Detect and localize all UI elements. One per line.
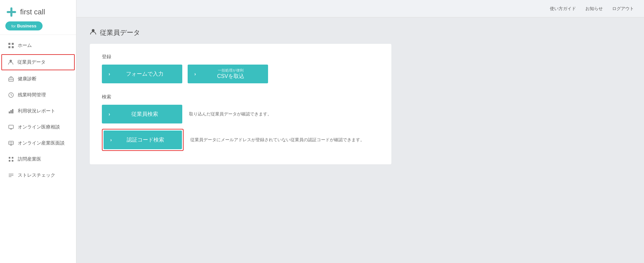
main-area: 使い方ガイド お知らせ ログアウト 従業員データ 登録 ›	[76, 0, 644, 263]
sidebar-label-visit-ob: 訪問産業医	[18, 156, 41, 162]
csv-import-arrow: ›	[194, 71, 196, 77]
notice-link[interactable]: お知らせ	[585, 6, 603, 12]
csv-import-button[interactable]: › 一括処理が便利 CSVを取込	[188, 65, 268, 83]
sidebar: first call forBusiness ホーム	[0, 0, 76, 263]
sidebar-item-online-medical[interactable]: オンライン医療相談	[0, 119, 76, 135]
sidebar-item-health-checkup[interactable]: 健康診断	[0, 71, 76, 87]
svg-rect-4	[12, 43, 14, 45]
person-title-icon	[90, 28, 96, 37]
grid-icon	[8, 42, 14, 49]
sidebar-item-home[interactable]: ホーム	[0, 37, 76, 54]
csv-import-label: CSVを取込	[217, 73, 244, 79]
sidebar-label-usage-report: 利用状況レポート	[18, 108, 55, 114]
svg-point-7	[10, 60, 12, 62]
svg-rect-2	[7, 11, 16, 13]
logo-area: first call forBusiness	[0, 0, 76, 35]
svg-rect-5	[8, 46, 10, 48]
svg-rect-3	[8, 43, 10, 45]
svg-rect-25	[12, 157, 13, 159]
grid-small-icon	[8, 156, 14, 163]
csv-import-sub: 一括処理が便利	[200, 68, 261, 73]
menu-icon	[8, 172, 14, 179]
logo-icon	[5, 6, 17, 18]
employee-search-label: 従業員検索	[131, 111, 158, 117]
search-section-label: 検索	[102, 94, 379, 100]
svg-rect-15	[12, 109, 13, 113]
employee-search-button[interactable]: › 従業員検索	[102, 105, 182, 123]
monitor-grid-icon	[8, 140, 14, 147]
clock-icon	[8, 92, 14, 98]
svg-rect-27	[12, 160, 13, 162]
form-input-label: フォームで入力	[126, 71, 164, 77]
form-input-button[interactable]: › フォームで入力	[102, 65, 182, 83]
auth-code-search-button[interactable]: › 認証コード検索	[104, 130, 182, 149]
employee-search-description: 取り込んだ従業員データが確認できます。	[189, 111, 272, 117]
sidebar-item-usage-report[interactable]: 利用状況レポート	[0, 103, 76, 119]
for-business-badge: forBusiness	[5, 21, 43, 30]
badge-for-text: for	[11, 24, 16, 28]
header: 使い方ガイド お知らせ ログアウト	[76, 0, 644, 17]
sidebar-item-stress-check[interactable]: ストレスチェック	[0, 167, 76, 183]
sidebar-label-home: ホーム	[18, 42, 32, 49]
employee-search-arrow: ›	[109, 111, 110, 117]
guide-link[interactable]: 使い方ガイド	[550, 6, 576, 12]
sidebar-label-employee-data: 従業員データ	[17, 59, 46, 65]
svg-rect-26	[9, 160, 10, 162]
sidebar-item-employee-data[interactable]: 従業員データ	[1, 54, 75, 70]
employee-search-row: › 従業員検索 取り込んだ従業員データが確認できます。	[102, 105, 379, 123]
sidebar-item-online-ob[interactable]: オンライン産業医面談	[0, 135, 76, 151]
register-section-label: 登録	[102, 54, 379, 60]
sidebar-nav: ホーム 従業員データ 健康診断	[0, 35, 76, 263]
form-input-arrow: ›	[109, 71, 110, 77]
svg-rect-13	[9, 111, 10, 113]
monitor-icon	[8, 124, 14, 130]
auth-code-search-highlight: › 認証コード検索	[102, 129, 184, 151]
sidebar-item-visit-ob[interactable]: 訪問産業医	[0, 151, 76, 167]
main-card: 登録 › フォームで入力 › 一括処理が便利 CSVを取込	[90, 44, 391, 164]
person-icon	[7, 59, 14, 66]
svg-rect-24	[9, 157, 10, 159]
auth-code-search-label: 認証コード検索	[127, 137, 164, 143]
svg-line-12	[11, 95, 12, 96]
search-section: 検索 › 従業員検索 取り込んだ従業員データが確認できます。	[102, 94, 379, 151]
sidebar-label-stress-check: ストレスチェック	[18, 172, 55, 178]
content-area: 従業員データ 登録 › フォームで入力 › 一括処理が便利	[76, 17, 644, 263]
logout-link[interactable]: ログアウト	[612, 6, 634, 12]
svg-rect-16	[9, 125, 13, 128]
sidebar-label-health-checkup: 健康診断	[18, 76, 37, 82]
page-title-row: 従業員データ	[90, 28, 631, 37]
logo-brand-text: first call	[20, 8, 45, 16]
auth-code-search-row: › 認証コード検索 従業員データにメールアドレスが登録されていない従業員の認証コ…	[102, 129, 379, 151]
page-title: 従業員データ	[100, 28, 140, 37]
register-button-row: › フォームで入力 › 一括処理が便利 CSVを取込	[102, 65, 379, 83]
svg-rect-6	[12, 46, 14, 48]
sidebar-label-online-ob: オンライン産業医面談	[18, 140, 65, 146]
sidebar-item-overtime[interactable]: 残業時間管理	[0, 87, 76, 103]
sidebar-label-online-medical: オンライン医療相談	[18, 124, 60, 130]
chart-icon	[8, 108, 14, 114]
briefcase-icon	[8, 76, 14, 82]
auth-code-search-description: 従業員データにメールアドレスが登録されていない従業員の認証コードが確認できます。	[190, 137, 365, 143]
svg-point-31	[92, 29, 94, 32]
svg-rect-14	[10, 110, 12, 113]
sidebar-label-overtime: 残業時間管理	[18, 92, 46, 98]
auth-code-search-arrow: ›	[110, 137, 112, 143]
badge-business-text: Business	[17, 23, 37, 28]
